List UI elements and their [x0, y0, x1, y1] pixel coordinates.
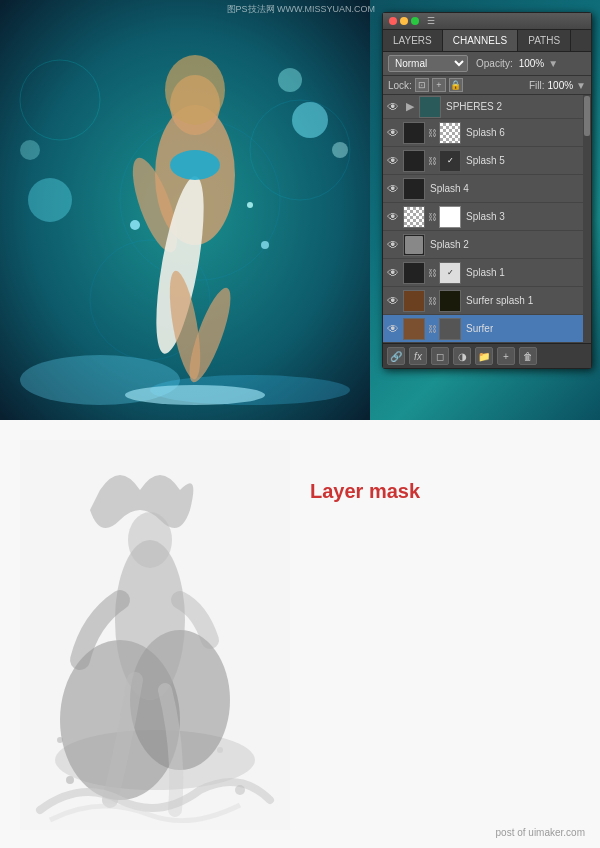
layer-mask-thumbnail — [439, 206, 461, 228]
layer-thumbnail — [403, 318, 425, 340]
svg-point-20 — [170, 150, 220, 180]
layer-row[interactable]: 👁 Splash 4 — [383, 175, 591, 203]
svg-point-33 — [57, 737, 63, 743]
layer-name: Splash 1 — [466, 267, 505, 278]
bottom-area: Layer mask post of uimaker.com — [0, 420, 600, 848]
tab-layers[interactable]: LAYERS — [383, 30, 443, 51]
layer-thumbnail — [403, 150, 425, 172]
watermark-top: 图PS技法网 WWW.MISSYUAN.COM — [227, 3, 376, 16]
visibility-toggle[interactable]: 👁 — [385, 181, 401, 197]
maximize-button[interactable] — [411, 17, 419, 25]
lock-pixels-icon[interactable]: ⊡ — [415, 78, 429, 92]
chain-icon: ⛓ — [427, 293, 437, 309]
layer-mask-image — [20, 440, 290, 830]
layer-thumbnail — [403, 122, 425, 144]
adjustment-icon[interactable]: ◑ — [453, 347, 471, 365]
tab-paths[interactable]: PATHS — [518, 30, 571, 51]
layer-thumbnail — [403, 234, 425, 256]
visibility-toggle[interactable]: 👁 — [385, 293, 401, 309]
layer-name: Splash 6 — [466, 127, 505, 138]
fill-arrow[interactable]: ▼ — [576, 80, 586, 91]
surfer-svg — [95, 25, 295, 405]
svg-point-30 — [66, 776, 74, 784]
layer-thumbnail — [419, 96, 441, 118]
layer-row[interactable]: 👁 Splash 2 — [383, 231, 591, 259]
panel-menu-icon[interactable]: ☰ — [427, 16, 435, 26]
layer-row[interactable]: 👁 ⛓ ✓ Splash 1 — [383, 259, 591, 287]
layer-row-selected[interactable]: 👁 ⛓ Surfer — [383, 315, 591, 343]
layer-name: Surfer splash 1 — [466, 295, 533, 306]
close-button[interactable] — [389, 17, 397, 25]
visibility-toggle[interactable]: 👁 — [385, 99, 401, 115]
visibility-toggle[interactable]: 👁 — [385, 265, 401, 281]
chain-icon: ⛓ — [427, 265, 437, 281]
layer-name: Surfer — [466, 323, 493, 334]
layer-thumbnail — [403, 206, 425, 228]
chain-icon: ⛓ — [427, 125, 437, 141]
opacity-arrow[interactable]: ▼ — [548, 58, 558, 69]
layer-thumbnail — [403, 262, 425, 284]
add-mask-icon[interactable]: ◻ — [431, 347, 449, 365]
lock-row: Lock: ⊡ + 🔒 Fill: 100% ▼ — [383, 76, 591, 95]
layers-panel: ☰ LAYERS CHANNELS PATHS Normal Opacity: … — [382, 12, 592, 369]
visibility-toggle[interactable]: 👁 — [385, 153, 401, 169]
layer-name: Splash 5 — [466, 155, 505, 166]
panel-titlebar: ☰ — [383, 13, 591, 30]
svg-point-21 — [130, 220, 140, 230]
tab-channels[interactable]: CHANNELS — [443, 30, 518, 51]
panel-tabs: LAYERS CHANNELS PATHS — [383, 30, 591, 52]
lock-position-icon[interactable]: + — [432, 78, 446, 92]
chain-icon: ⛓ — [427, 209, 437, 225]
layer-row[interactable]: 👁 ⛓ ✓ Splash 5 — [383, 147, 591, 175]
blend-mode-select[interactable]: Normal — [388, 55, 468, 72]
chain-icon: ⛓ — [427, 153, 437, 169]
svg-point-29 — [128, 512, 172, 568]
fill-value: 100% — [548, 80, 574, 91]
lock-all-icon[interactable]: 🔒 — [449, 78, 463, 92]
layer-mask-thumbnail: ✓ — [439, 150, 461, 172]
opacity-label: Opacity: — [476, 58, 513, 69]
layer-mask-thumbnail — [439, 318, 461, 340]
watermark-bottom: post of uimaker.com — [496, 827, 585, 838]
lock-label: Lock: — [388, 80, 412, 91]
new-group-icon[interactable]: 📁 — [475, 347, 493, 365]
layer-thumbnail — [403, 178, 425, 200]
layer-name: Splash 4 — [430, 183, 469, 194]
link-icon[interactable]: 🔗 — [387, 347, 405, 365]
layer-thumbnail — [403, 290, 425, 312]
scrollbar[interactable] — [583, 95, 591, 343]
svg-point-14 — [165, 55, 225, 125]
layer-mask-thumbnail — [439, 290, 461, 312]
layer-row[interactable]: 👁 ▶ SPHERES 2 — [383, 95, 591, 119]
layer-name: Splash 2 — [430, 239, 469, 250]
layer-mask-thumbnail: ✓ — [439, 262, 461, 284]
folder-icon: ▶ — [403, 100, 417, 114]
svg-point-22 — [261, 241, 269, 249]
mode-opacity-row: Normal Opacity: 100% ▼ — [383, 52, 591, 76]
svg-point-19 — [125, 385, 265, 405]
new-layer-icon[interactable]: + — [497, 347, 515, 365]
fx-icon[interactable]: fx — [409, 347, 427, 365]
visibility-toggle[interactable]: 👁 — [385, 125, 401, 141]
minimize-button[interactable] — [400, 17, 408, 25]
surfer-image — [30, 20, 360, 410]
layer-mask-label: Layer mask — [310, 480, 420, 503]
visibility-toggle[interactable]: 👁 — [385, 237, 401, 253]
layers-list: 👁 ▶ SPHERES 2 👁 ⛓ Splash 6 👁 ⛓ ✓ Splash … — [383, 95, 591, 343]
chain-icon: ⛓ — [427, 321, 437, 337]
svg-point-32 — [235, 785, 245, 795]
layer-row[interactable]: 👁 ⛓ Splash 3 — [383, 203, 591, 231]
layer-name: SPHERES 2 — [446, 101, 502, 112]
layer-row[interactable]: 👁 ⛓ Splash 6 — [383, 119, 591, 147]
layer-row[interactable]: 👁 ⛓ Surfer splash 1 — [383, 287, 591, 315]
opacity-value: 100% — [519, 58, 545, 69]
panel-footer: 🔗 fx ◻ ◑ 📁 + 🗑 — [383, 343, 591, 368]
fill-label: Fill: — [529, 80, 545, 91]
visibility-toggle[interactable]: 👁 — [385, 209, 401, 225]
scrollbar-thumb[interactable] — [584, 96, 590, 136]
svg-point-23 — [247, 202, 253, 208]
layer-name: Splash 3 — [466, 211, 505, 222]
visibility-toggle[interactable]: 👁 — [385, 321, 401, 337]
delete-layer-icon[interactable]: 🗑 — [519, 347, 537, 365]
layer-mask-thumbnail — [439, 122, 461, 144]
